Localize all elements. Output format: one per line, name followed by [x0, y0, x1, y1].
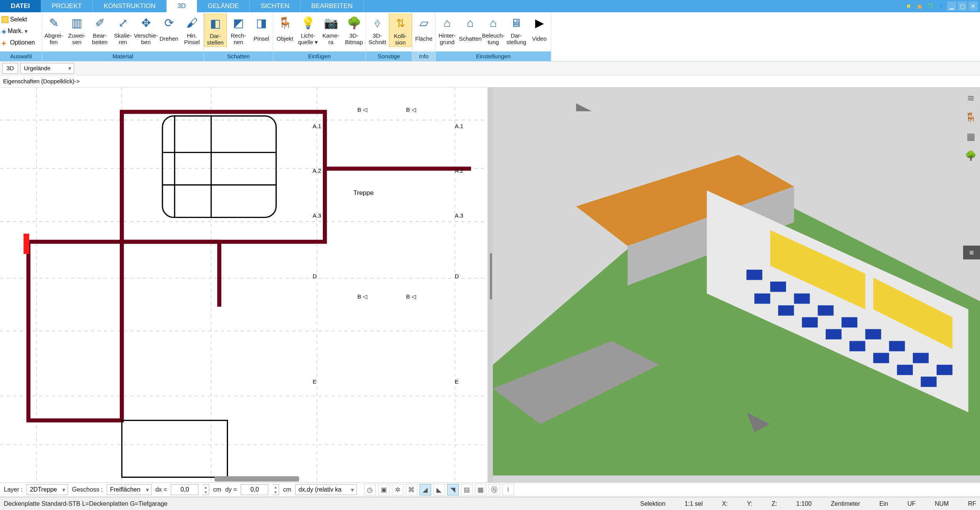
furniture-icon[interactable]: 🪑: [965, 111, 977, 124]
tool-objekt[interactable]: 🪑Objekt: [273, 14, 296, 46]
svg-rect-40: [770, 282, 786, 292]
splitter[interactable]: [489, 87, 493, 482]
house3-icon: ⌂: [485, 15, 502, 31]
tool-pinsel[interactable]: ◨Pinsel: [250, 14, 273, 46]
tool-darstellung[interactable]: 🖥Dar-stellung: [505, 14, 528, 46]
minimize-icon[interactable]: ▁: [947, 2, 956, 11]
snap4-icon[interactable]: ▤: [461, 484, 473, 495]
svg-text:A.3: A.3: [313, 213, 321, 219]
palette-icon[interactable]: ▦: [965, 130, 977, 143]
calc-icon: ◩: [230, 15, 247, 31]
menu-sichten[interactable]: SICHTEN: [250, 0, 301, 12]
status-sel: Selektion: [640, 500, 666, 507]
tool-abgreifen[interactable]: ✎Abgrei-fen: [42, 14, 65, 46]
menu-gelaende[interactable]: GELÄNDE: [197, 0, 250, 12]
menu-konstruktion[interactable]: KONSTRUKTION: [93, 0, 167, 12]
tool-kollision[interactable]: ⇅Kolli-sion: [389, 14, 412, 47]
label-treppe: Treppe: [353, 189, 373, 196]
tool-hinpinsel[interactable]: 🖌Hin.Pinsel: [180, 14, 203, 46]
options-mode[interactable]: +Optionen: [2, 37, 35, 48]
tool-flaeche[interactable]: ▱Fläche: [412, 14, 435, 46]
tool-bearbeiten[interactable]: ✐Bear-beiten: [88, 14, 111, 46]
mark-mode[interactable]: ◈Mark.▾: [2, 25, 28, 37]
tool-verschieben[interactable]: ✥Verschie-ben: [134, 14, 157, 46]
tool-licht[interactable]: 💡Licht-quelle ▾: [296, 14, 319, 46]
workspace: Treppe A.1A.1 A.2A.2 A.3A.3 B ◁B ◁ B ◁B …: [0, 87, 980, 482]
menu-projekt[interactable]: PROJEKT: [41, 0, 93, 12]
link-icon[interactable]: ⌘: [406, 484, 417, 495]
tool-rechnen[interactable]: ◩Rech-nen: [227, 14, 250, 46]
tool-baum[interactable]: 🌳3D-Bitmap: [342, 14, 365, 46]
tool-icon[interactable]: ✖: [904, 2, 913, 11]
help-icon[interactable]: ?: [936, 2, 945, 11]
cam-icon[interactable]: ▣: [378, 484, 390, 495]
tree-panel-icon[interactable]: 🌳: [965, 150, 977, 162]
tool-schnitt[interactable]: ⎀3D-Schnitt: [366, 14, 389, 46]
select-mode[interactable]: Selekt: [2, 14, 27, 25]
svg-rect-46: [913, 353, 929, 363]
menu-bearbeiten[interactable]: BEARBEITEN: [301, 0, 364, 12]
info-icon[interactable]: i: [502, 484, 514, 495]
snap3-icon[interactable]: ◥: [447, 484, 459, 495]
tool-beleuchtung[interactable]: ⌂Beleuch-tung: [482, 14, 505, 46]
clock-icon[interactable]: ◷: [364, 484, 376, 495]
group-schatten: Schatten: [204, 51, 273, 61]
menu-bar: DATEI PROJEKT KONSTRUKTION 3D GELÄNDE SI…: [0, 0, 980, 12]
snap-icons: ◷ ▣ ✲ ⌘ ◢ ◣ ◥ ▤ ▦ Ⓝ i: [364, 484, 514, 495]
tool-hintergrund[interactable]: ⌂Hinter-grund: [436, 14, 459, 46]
grid-icon[interactable]: ▦: [475, 484, 486, 495]
layer-select[interactable]: 2DTreppe: [26, 484, 68, 495]
close-icon[interactable]: ✕: [968, 2, 978, 11]
svg-text:A.1: A.1: [313, 123, 321, 129]
floorplan-canvas[interactable]: Treppe A.1A.1 A.2A.2 A.3A.3 B ◁B ◁ B ◁B …: [0, 87, 487, 482]
camera-icon: 📷: [322, 15, 339, 31]
svg-text:A.3: A.3: [455, 213, 463, 219]
coord-mode-select[interactable]: dx,dy (relativ ka: [295, 484, 357, 495]
dy-input[interactable]: 0,0: [241, 484, 268, 495]
scale-icon: ⤢: [114, 15, 131, 31]
model-canvas[interactable]: [493, 87, 980, 475]
view-3d[interactable]: [493, 87, 980, 482]
box-icon[interactable]: ▣: [915, 2, 924, 11]
geschoss-select[interactable]: Freiflächen: [107, 484, 152, 495]
window-icon[interactable]: ❐: [925, 2, 935, 11]
terrain-select[interactable]: Urgelände: [20, 63, 74, 74]
status-rf: RF: [968, 500, 976, 507]
n-icon[interactable]: Ⓝ: [489, 484, 500, 495]
globe-icon[interactable]: ✲: [392, 484, 403, 495]
group-sonstige: Sonstige: [366, 51, 412, 61]
status-ein: Ein: [879, 500, 888, 507]
svg-text:A.2: A.2: [313, 168, 321, 174]
snap2-icon[interactable]: ◣: [433, 484, 445, 495]
tool-schatten-e[interactable]: ⌂Schatten: [459, 14, 482, 46]
properties-hint[interactable]: Eigenschaften (Doppelklick)->: [0, 75, 980, 87]
restore-icon[interactable]: ▢: [958, 2, 967, 11]
tool-darstellen[interactable]: ◧Dar-stellen: [204, 14, 227, 47]
svg-marker-56: [576, 103, 592, 111]
dy-spin[interactable]: ▲▼: [272, 484, 279, 495]
dy-label: dy =: [225, 486, 237, 493]
tool-skalieren[interactable]: ⤢Skalie-ren: [111, 14, 134, 46]
tool-zuweisen[interactable]: ▥Zuwei-sen: [65, 14, 88, 46]
view-3d-button[interactable]: 3D: [2, 63, 18, 74]
layers-icon[interactable]: ≋: [965, 92, 977, 104]
side-handle[interactable]: ≡: [963, 246, 980, 259]
svg-rect-45: [889, 341, 905, 352]
svg-rect-50: [802, 317, 818, 328]
tool-kamera[interactable]: 📷Kame-ra: [319, 14, 342, 46]
status-x: X:: [722, 500, 728, 507]
menu-3d[interactable]: 3D: [167, 0, 197, 12]
menu-datei[interactable]: DATEI: [0, 0, 41, 12]
snap1-icon[interactable]: ◢: [420, 484, 431, 495]
dx-input[interactable]: 0,0: [171, 484, 198, 495]
dx-spin[interactable]: ▲▼: [202, 484, 209, 495]
tool-drehen[interactable]: ⟳Drehen: [157, 14, 180, 46]
svg-text:B ◁: B ◁: [406, 294, 416, 300]
svg-rect-47: [936, 365, 952, 375]
horizontal-scrollbar[interactable]: [215, 476, 299, 482]
tool-video[interactable]: ▶Video: [528, 14, 551, 46]
ribbon: Selekt ◈Mark.▾ +Optionen Auswahl ✎Abgrei…: [0, 12, 980, 61]
title-icons: ✖ ▣ ❐ ? ▁ ▢ ✕: [902, 0, 980, 12]
svg-rect-51: [825, 329, 841, 340]
view-2d[interactable]: Treppe A.1A.1 A.2A.2 A.3A.3 B ◁B ◁ B ◁B …: [0, 87, 489, 482]
